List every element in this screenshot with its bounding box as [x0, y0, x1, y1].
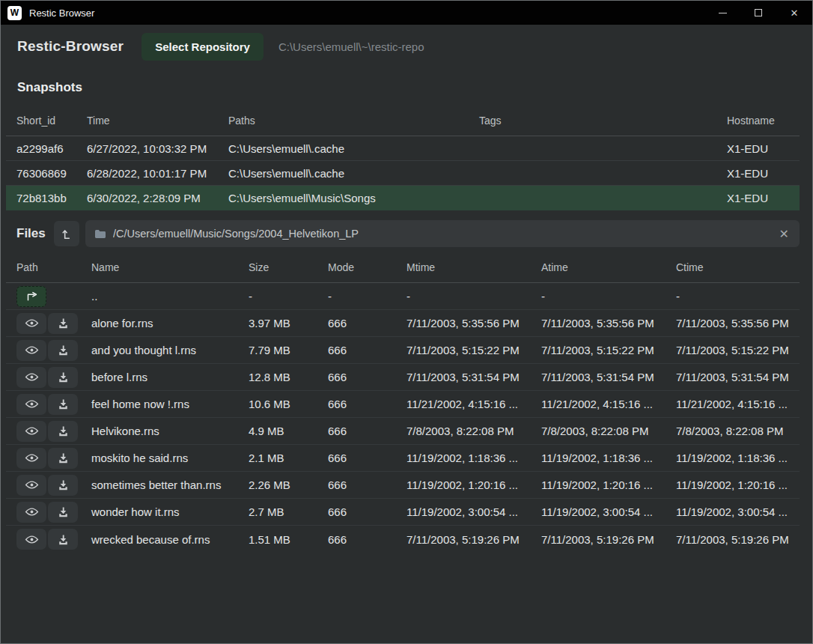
maximize-button[interactable] — [740, 1, 776, 25]
column-header-ctime: Ctime — [666, 261, 800, 273]
eye-icon — [25, 535, 39, 544]
cell-name: .. — [81, 290, 238, 303]
column-header-paths: Paths — [218, 115, 469, 127]
eye-icon — [25, 345, 39, 355]
restic-browser-window: W Restic Browser ✕ Restic-Browser Select… — [0, 0, 813, 644]
cell-size: 10.6 MB — [238, 398, 317, 410]
download-file-button[interactable] — [48, 475, 78, 496]
cell-name: moskito he said.rns — [81, 452, 238, 464]
preview-file-button[interactable] — [16, 313, 46, 334]
download-icon — [58, 479, 69, 490]
download-file-button[interactable] — [48, 448, 78, 469]
cell-name: and you thought l.rns — [81, 344, 238, 356]
title-bar: W Restic Browser ✕ — [1, 1, 812, 25]
cell-short-id: a2299af6 — [6, 142, 76, 155]
download-file-button[interactable] — [48, 313, 78, 334]
cell-mode: 666 — [317, 425, 396, 437]
cell-ctime: 7/11/2003, 5:31:54 PM — [666, 371, 800, 383]
preview-file-button[interactable] — [16, 448, 46, 469]
cell-paths: C:\Users\emuell\.cache — [218, 142, 469, 155]
cell-mtime: 11/19/2002, 1:18:36 ... — [396, 452, 531, 464]
download-file-button[interactable] — [48, 367, 78, 388]
parent-directory-button[interactable] — [16, 286, 46, 307]
eye-icon — [25, 318, 39, 328]
preview-file-button[interactable] — [16, 529, 46, 550]
clear-path-button[interactable]: ✕ — [778, 227, 791, 241]
download-icon — [58, 425, 69, 437]
up-level-icon — [61, 228, 73, 240]
files-bar: Files /C/Users/emuell/Music/Songs/2004_H… — [1, 210, 812, 252]
file-row: feel home now !.rns 10.6 MB 666 11/21/20… — [6, 391, 800, 418]
preview-file-button[interactable] — [16, 502, 46, 523]
file-row: wrecked because of.rns 1.51 MB 666 7/11/… — [6, 526, 800, 553]
download-file-button[interactable] — [48, 421, 78, 442]
maximize-icon — [755, 9, 762, 16]
close-icon: ✕ — [791, 8, 799, 18]
app-icon: W — [7, 6, 22, 20]
column-header-path: Path — [6, 261, 81, 273]
cell-size: 2.1 MB — [238, 452, 317, 464]
preview-file-button[interactable] — [16, 394, 46, 415]
parent-directory-row: .. - - - - - — [6, 283, 800, 310]
cell-ctime: - — [666, 290, 800, 303]
cell-mtime: 7/11/2003, 5:35:56 PM — [396, 317, 531, 329]
cell-mtime: 7/11/2003, 5:19:26 PM — [396, 533, 531, 546]
download-icon — [58, 506, 69, 517]
file-row: alone for.rns 3.97 MB 666 7/11/2003, 5:3… — [6, 310, 800, 337]
download-file-button[interactable] — [48, 529, 78, 550]
cell-size: 12.8 MB — [238, 371, 317, 383]
download-file-button[interactable] — [48, 394, 78, 415]
repository-path: C:\Users\emuell\~\restic-repo — [278, 40, 424, 53]
cell-short-id: 76306869 — [6, 167, 76, 180]
cell-size: 2.26 MB — [238, 479, 317, 491]
cell-short-id: 72b813bb — [6, 192, 76, 204]
cell-atime: 7/11/2003, 5:19:26 PM — [531, 533, 666, 546]
cell-mode: 666 — [317, 452, 396, 464]
column-header-name: Name — [81, 261, 238, 273]
cell-size: 7.79 MB — [238, 344, 317, 356]
cell-atime: 7/11/2003, 5:31:54 PM — [531, 371, 666, 383]
cell-mode: 666 — [317, 533, 396, 546]
file-row: Helvikone.rns 4.9 MB 666 7/8/2003, 8:22:… — [6, 418, 800, 445]
file-path-input[interactable]: /C/Users/emuell/Music/Songs/2004_Helveti… — [85, 220, 800, 247]
select-repository-button[interactable]: Select Repository — [141, 33, 264, 61]
download-icon — [58, 344, 69, 356]
preview-file-button[interactable] — [16, 421, 46, 442]
files-heading: Files — [16, 226, 46, 241]
close-button[interactable]: ✕ — [776, 1, 812, 25]
eye-icon — [25, 507, 39, 517]
cell-mtime: 7/11/2003, 5:15:22 PM — [396, 344, 531, 356]
column-header-hostname: Hostname — [716, 115, 800, 127]
preview-file-button[interactable] — [16, 340, 46, 361]
snapshots-heading: Snapshots — [1, 68, 812, 105]
cell-name: before l.rns — [81, 371, 238, 383]
cell-mode: 666 — [317, 317, 396, 329]
snapshot-row[interactable]: 76306869 6/28/2022, 10:01:17 PM C:\Users… — [6, 161, 800, 186]
eye-icon — [25, 480, 39, 490]
app-title: Restic-Browser — [17, 38, 124, 55]
column-header-atime: Atime — [531, 261, 666, 273]
eye-icon — [25, 426, 39, 436]
download-file-button[interactable] — [48, 340, 78, 361]
download-file-button[interactable] — [48, 502, 78, 523]
file-row: and you thought l.rns 7.79 MB 666 7/11/2… — [6, 337, 800, 364]
cell-mode: 666 — [317, 479, 396, 491]
preview-file-button[interactable] — [16, 367, 46, 388]
cell-ctime: 7/11/2003, 5:35:56 PM — [666, 317, 800, 329]
snapshots-table: Short_id Time Paths Tags Hostname a2299a… — [6, 105, 800, 210]
up-right-arrow-icon — [25, 291, 38, 302]
clear-path-icon: ✕ — [779, 228, 789, 240]
cell-time: 6/28/2022, 10:01:17 PM — [76, 167, 218, 180]
preview-file-button[interactable] — [16, 475, 46, 496]
snapshot-row[interactable]: a2299af6 6/27/2022, 10:03:32 PM C:\Users… — [6, 136, 800, 161]
cell-atime: 11/19/2002, 1:18:36 ... — [531, 452, 666, 464]
eye-icon — [25, 372, 39, 382]
go-to-root-button[interactable] — [54, 221, 79, 246]
minimize-button[interactable] — [704, 1, 740, 25]
cell-ctime: 11/21/2002, 4:15:16 ... — [666, 398, 800, 410]
cell-mtime: 7/8/2003, 8:22:08 PM — [396, 425, 531, 437]
cell-name: sometimes better than.rns — [81, 479, 238, 491]
files-table-body: alone for.rns 3.97 MB 666 7/11/2003, 5:3… — [6, 310, 800, 553]
snapshots-table-body: a2299af6 6/27/2022, 10:03:32 PM C:\Users… — [6, 136, 800, 210]
snapshot-row[interactable]: 72b813bb 6/30/2022, 2:28:09 PM C:\Users\… — [6, 186, 800, 210]
